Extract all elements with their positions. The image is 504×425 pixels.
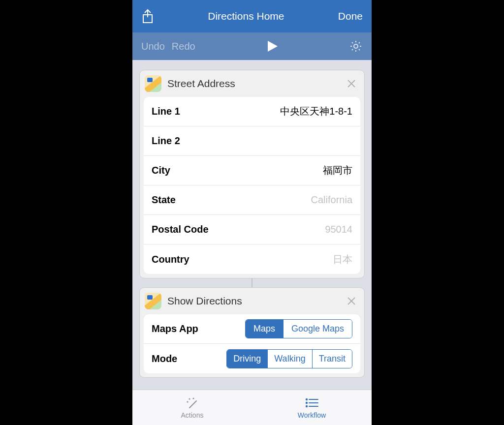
tab-bar: Actions Workflow xyxy=(132,390,372,425)
field-label: Line 1 xyxy=(152,106,180,117)
maps-app-row: Maps App Maps Google Maps xyxy=(144,314,360,344)
address-postal-row[interactable]: Postal Code 95014 xyxy=(144,215,360,244)
svg-point-9 xyxy=(189,398,189,399)
maps-app-icon xyxy=(145,75,161,92)
card-title: Show Directions xyxy=(167,295,345,307)
field-label: State xyxy=(152,194,176,206)
maps-app-option-google-maps[interactable]: Google Maps xyxy=(283,320,352,338)
card-header: Street Address xyxy=(140,70,364,97)
street-address-action-card[interactable]: Street Address Line 1 中央区天神1-8-1 Line 2 … xyxy=(139,70,365,278)
workflow-canvas[interactable]: Street Address Line 1 中央区天神1-8-1 Line 2 … xyxy=(132,60,372,390)
play-button[interactable] xyxy=(195,40,349,53)
address-city-row[interactable]: City 福岡市 xyxy=(144,156,360,185)
field-value: 福岡市 xyxy=(323,164,352,177)
svg-point-16 xyxy=(306,405,307,406)
svg-point-14 xyxy=(306,402,307,403)
field-placeholder: 日本 xyxy=(333,253,352,266)
list-icon xyxy=(305,396,319,409)
svg-line-8 xyxy=(189,401,196,408)
svg-point-10 xyxy=(187,401,188,402)
action-connector xyxy=(252,278,252,287)
field-label: Postal Code xyxy=(152,224,209,235)
navbar: Directions Home Done xyxy=(132,0,372,32)
address-state-row[interactable]: State California xyxy=(144,185,360,215)
close-icon[interactable] xyxy=(345,294,358,308)
card-body: Maps App Maps Google Maps Mode Driving W… xyxy=(144,314,360,373)
mode-option-transit[interactable]: Transit xyxy=(312,350,352,368)
address-line1-row[interactable]: Line 1 中央区天神1-8-1 xyxy=(144,97,360,126)
svg-point-3 xyxy=(354,44,358,48)
close-icon[interactable] xyxy=(345,77,358,91)
tab-actions[interactable]: Actions xyxy=(132,390,252,425)
field-label: Country xyxy=(152,254,189,265)
field-placeholder: 95014 xyxy=(325,224,352,235)
field-value: 中央区天神1-8-1 xyxy=(280,105,352,118)
svg-marker-2 xyxy=(268,41,278,52)
tab-label: Workflow xyxy=(298,411,326,419)
tab-label: Actions xyxy=(181,411,204,419)
card-title: Street Address xyxy=(167,78,345,90)
page-title: Directions Home xyxy=(154,10,338,22)
maps-app-icon xyxy=(145,293,161,309)
redo-button[interactable]: Redo xyxy=(172,41,195,52)
field-label: Line 2 xyxy=(152,135,180,147)
tab-workflow[interactable]: Workflow xyxy=(252,390,372,425)
done-button[interactable]: Done xyxy=(338,10,363,22)
address-country-row[interactable]: Country 日本 xyxy=(144,244,360,274)
gear-icon[interactable] xyxy=(349,39,363,53)
mode-segmented-control: Driving Walking Transit xyxy=(226,349,352,368)
maps-app-segmented-control: Maps Google Maps xyxy=(245,319,352,338)
field-placeholder: California xyxy=(311,194,352,206)
maps-app-option-maps[interactable]: Maps xyxy=(246,320,283,338)
card-header: Show Directions xyxy=(140,288,364,314)
address-line2-row[interactable]: Line 2 xyxy=(144,126,360,156)
undo-button[interactable]: Undo xyxy=(141,41,165,52)
wand-icon xyxy=(185,396,200,409)
field-label: Maps App xyxy=(152,323,198,334)
svg-point-12 xyxy=(306,398,307,399)
field-label: City xyxy=(152,165,170,176)
app-screen: Directions Home Done Undo Redo Street Ad… xyxy=(132,0,372,425)
show-directions-action-card[interactable]: Show Directions Maps App Maps Google Map… xyxy=(139,287,365,378)
field-label: Mode xyxy=(152,353,177,364)
svg-point-11 xyxy=(193,398,193,398)
card-body: Line 1 中央区天神1-8-1 Line 2 City 福岡市 State … xyxy=(144,97,360,274)
share-icon[interactable] xyxy=(141,8,154,24)
mode-option-driving[interactable]: Driving xyxy=(227,350,267,368)
undo-redo-group: Undo Redo xyxy=(141,41,195,52)
mode-row: Mode Driving Walking Transit xyxy=(144,344,360,373)
toolbar: Undo Redo xyxy=(132,32,372,60)
mode-option-walking[interactable]: Walking xyxy=(267,350,312,368)
